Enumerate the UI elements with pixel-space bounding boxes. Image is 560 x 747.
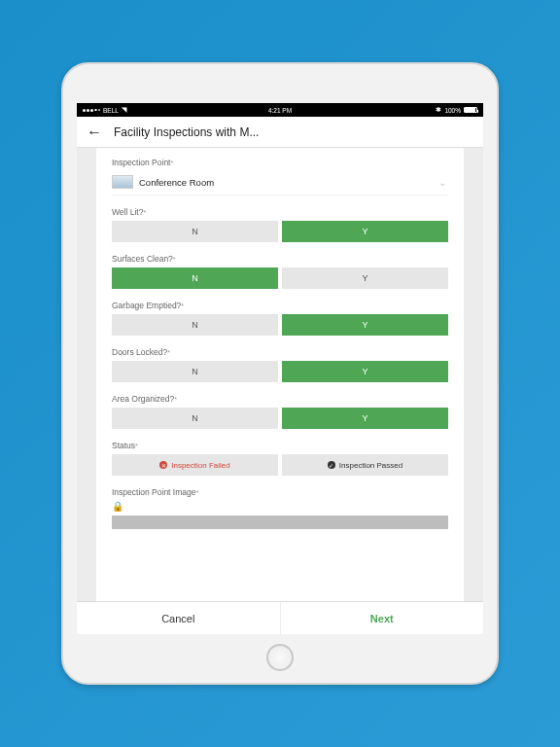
well-lit-label: Well Lit?* [112,207,448,217]
next-button[interactable]: Next [280,602,484,634]
organized-label: Area Organized?* [112,394,448,404]
screen: BELL ◥ 4:21 PM ✱ 100% ← Facility Inspect… [77,103,483,634]
content-backdrop: Inspection Point* Conference Room ⌄ Well… [77,148,483,601]
cancel-button[interactable]: Cancel [77,602,280,634]
tablet-frame: BELL ◥ 4:21 PM ✱ 100% ← Facility Inspect… [61,62,499,685]
organized-y-button[interactable]: Y [282,408,448,429]
well-lit-n-button[interactable]: N [112,221,278,242]
status-fail-icon: ✕ [159,461,167,469]
lock-icon: 🔒 [112,501,448,512]
form-panel: Inspection Point* Conference Room ⌄ Well… [96,148,464,601]
carrier-label: BELL [103,107,119,114]
signal-dots-icon [83,109,100,112]
home-button[interactable] [266,644,294,671]
status-pass-button[interactable]: ✓ Inspection Passed [282,454,448,476]
status-fail-button[interactable]: ✕ Inspection Failed [112,454,278,476]
field-organized: Area Organized?* N Y [112,394,448,429]
back-arrow-icon[interactable]: ← [87,124,102,141]
field-well-lit: Well Lit?* N Y [112,207,448,242]
field-image: Inspection Point Image* 🔒 [112,487,448,529]
well-lit-y-button[interactable]: Y [282,221,448,242]
inspection-point-select[interactable]: Conference Room ⌄ [112,171,448,196]
image-upload-bar[interactable] [112,516,448,529]
status-pass-icon: ✓ [328,461,335,469]
page-title: Facility Inspections with M... [114,125,259,139]
garbage-y-button[interactable]: Y [282,314,448,336]
battery-pct: 100% [444,107,461,114]
field-doors: Doors Locked?* N Y [112,347,448,382]
status-label: Status* [112,441,448,450]
doors-label: Doors Locked?* [112,347,448,357]
surfaces-clean-y-button[interactable]: Y [282,267,448,289]
garbage-n-button[interactable]: N [112,314,278,336]
doors-n-button[interactable]: N [112,361,278,382]
surfaces-clean-label: Surfaces Clean?* [112,254,448,264]
organized-n-button[interactable]: N [112,408,278,429]
app-header: ← Facility Inspections with M... [77,117,483,148]
status-pass-text: Inspection Passed [339,461,402,470]
garbage-label: Garbage Emptied?* [112,301,448,310]
status-fail-text: Inspection Failed [171,461,229,470]
field-inspection-point: Inspection Point* Conference Room ⌄ [112,158,448,196]
chevron-down-icon: ⌄ [438,177,446,188]
battery-icon [464,107,477,113]
device-status-bar: BELL ◥ 4:21 PM ✱ 100% [77,103,483,117]
field-garbage: Garbage Emptied?* N Y [112,301,448,336]
inspection-point-value: Conference Room [139,177,214,188]
bluetooth-icon: ✱ [436,106,441,114]
footer-bar: Cancel Next [77,601,483,634]
field-status: Status* ✕ Inspection Failed ✓ Inspection… [112,441,448,476]
field-surfaces-clean: Surfaces Clean?* N Y [112,254,448,289]
inspection-point-label: Inspection Point* [112,158,448,167]
clock: 4:21 PM [268,107,292,114]
inspection-point-thumbnail [112,175,133,189]
doors-y-button[interactable]: Y [282,361,448,382]
image-label: Inspection Point Image* [112,487,448,497]
wifi-icon: ◥ [122,106,126,114]
surfaces-clean-n-button[interactable]: N [112,267,278,289]
